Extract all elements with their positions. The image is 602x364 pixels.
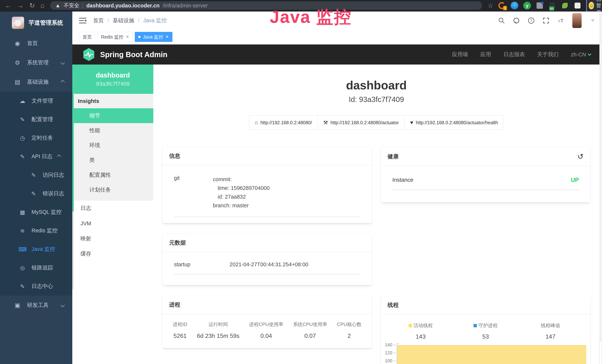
subsidebar-item-caches[interactable]: 缓存	[72, 246, 153, 261]
insights-group-label: Insights	[72, 94, 153, 108]
legend-daemon-threads: 守护进程 53	[453, 322, 518, 340]
extensions-puzzle-icon[interactable]	[574, 2, 581, 10]
sidebar-item-error-logs[interactable]: ✎ 错误日志	[0, 184, 72, 203]
sidebar-item-scheduled-jobs[interactable]: ◷ 定时任务	[0, 129, 72, 147]
sba-brand[interactable]: Spring Boot Admin	[100, 50, 167, 59]
chevron-down-icon	[61, 303, 65, 307]
insights-group: Insights 细节 性能 环境 类 配置属性 计划任务	[72, 94, 153, 201]
fullscreen-icon[interactable]	[543, 17, 549, 24]
sidebar-item-api-logs[interactable]: ✎ API 日志	[0, 147, 72, 166]
sidebar-item-access-logs[interactable]: ✎ 访问日志	[0, 166, 72, 184]
dashboard-icon: ◉	[13, 40, 22, 47]
infrastructure-icon: ▤	[13, 78, 22, 86]
sidebar-item-home[interactable]: ◉ 首页	[0, 34, 72, 53]
hamburger-icon[interactable]	[79, 17, 86, 24]
subsidebar-item-metrics[interactable]: 性能	[72, 123, 153, 138]
search-icon[interactable]	[498, 17, 505, 24]
tab-home[interactable]: 首页	[79, 32, 95, 42]
health-instance-row: Instance UP	[392, 177, 579, 190]
page-title: dashboard	[153, 79, 599, 92]
sba-nav-applications[interactable]: 应用	[480, 51, 491, 58]
tab-java-monitor[interactable]: Java 监控 ✕	[135, 32, 172, 42]
process-card: 进程 进程ID 5261 运行时间 6d 23h 15m 59s 进程CPU使用…	[162, 296, 372, 348]
subsidebar-item-details[interactable]: 细节	[72, 108, 153, 123]
sidebar-item-redis-monitor[interactable]: ≋ Redis 监控	[0, 221, 72, 240]
sidebar-item-file-management[interactable]: ☁ 文件管理	[0, 92, 72, 110]
forward-icon[interactable]: →	[17, 0, 24, 11]
cards-right-column: 健康 ↻ Instance UP 线程	[381, 147, 591, 364]
home-icon[interactable]: ⌂	[40, 0, 44, 11]
breadcrumb-infrastructure[interactable]: 基础设施	[113, 17, 134, 24]
subsidebar-item-jvm[interactable]: JVM	[72, 216, 153, 231]
subsidebar-item-classes[interactable]: 类	[72, 153, 153, 168]
github-icon[interactable]	[513, 17, 520, 24]
tab-redis-monitor[interactable]: Redis 监控 ✕	[97, 32, 133, 42]
sidebar-item-config-management[interactable]: ✎ 配置管理	[0, 110, 72, 129]
instance-header[interactable]: dashboard 93a3fc7f7409	[72, 64, 153, 94]
sidebar-item-mysql-monitor[interactable]: ▦ MySQL 监控	[0, 203, 72, 221]
active-tab-dot	[138, 36, 140, 38]
metadata-card-header: 元数据	[162, 234, 372, 252]
close-icon[interactable]: ✕	[165, 34, 169, 39]
extension-switch-icon[interactable]: on	[548, 2, 556, 10]
extension-leaf-icon[interactable]	[561, 2, 569, 10]
help-icon[interactable]: ?	[528, 17, 535, 24]
sba-nav-wallboard[interactable]: 应用墙	[452, 51, 468, 58]
toolbox-icon: ▣	[13, 302, 22, 309]
timer-icon: ◷	[19, 135, 26, 141]
user-menu-caret-icon[interactable]	[591, 20, 595, 22]
extension-grid-icon[interactable]	[536, 2, 544, 10]
subsidebar-item-mappings[interactable]: 映射	[72, 231, 153, 246]
not-secure-label: 不安全	[64, 2, 79, 9]
bookmark-star-icon[interactable]: ☆	[488, 2, 493, 9]
subsidebar-item-logs[interactable]: 日志	[72, 201, 153, 216]
infrastructure-submenu: ☁ 文件管理 ✎ 配置管理 ◷ 定时任务 ✎ API 日志 ✎ 访问日志 ✎	[0, 92, 72, 296]
chevron-up-icon	[57, 154, 61, 159]
sidebar-item-tracing[interactable]: ◎ 链路追踪	[0, 258, 72, 277]
breadcrumb-separator: /	[108, 18, 109, 24]
address-bar[interactable]: ▲ 不安全 dashboard.yudao.iocoder.cn/infra/a…	[50, 1, 482, 10]
health-card-header: 健康 ↻	[381, 147, 590, 166]
close-icon[interactable]: ✕	[126, 34, 129, 39]
reload-icon[interactable]: ↻	[29, 0, 35, 11]
breadcrumb-home[interactable]: 首页	[93, 17, 104, 24]
subsidebar-item-scheduled-tasks[interactable]: 计划任务	[72, 182, 153, 197]
extension-pin-icon[interactable]	[511, 2, 518, 10]
process-card-title: 进程	[169, 301, 180, 309]
breadcrumb: 首页 / 基础设施 / Java 监控	[93, 17, 167, 24]
health-history-icon[interactable]: ↻	[577, 152, 584, 161]
log-icon: ✎	[30, 172, 37, 178]
info-key: git	[174, 175, 213, 210]
log-icon: ✎	[30, 191, 37, 197]
y-axis-tickmark	[394, 345, 396, 345]
y-axis-tick: 140	[381, 343, 392, 347]
subsidebar-item-config-props[interactable]: 配置属性	[72, 168, 153, 182]
threads-legend: 活动线程 143 守护进程 53	[381, 314, 590, 340]
health-url-button[interactable]: ♥ http://192.168.0.2:48080/actuator/heal…	[404, 115, 504, 130]
page-scrollbar-track[interactable]	[599, 11, 602, 364]
user-avatar[interactable]	[572, 13, 582, 28]
home-icon: ⌂	[255, 120, 258, 126]
sba-nav-journal[interactable]: 日志报表	[503, 51, 525, 58]
font-size-icon[interactable]: TT	[558, 17, 564, 24]
actuator-url-button[interactable]: ⚒ http://192.168.0.2:48080/actuator	[318, 115, 405, 130]
health-heart-icon: ♥	[410, 120, 413, 126]
sidebar-item-system-management[interactable]: ⚙ 系统管理	[0, 53, 72, 72]
sidebar-item-infrastructure[interactable]: ▤ 基础设施	[0, 72, 72, 92]
health-card: 健康 ↻ Instance UP	[381, 147, 591, 203]
sidebar-item-log-center[interactable]: ✎ 日志中心	[0, 277, 72, 296]
sba-nav-about[interactable]: 关于我们	[537, 51, 559, 58]
sba-locale-select[interactable]: zh-CN	[571, 52, 591, 58]
not-secure-warning-icon: ▲	[55, 3, 60, 9]
subsidebar-scrollbar-thumb[interactable]	[72, 94, 74, 211]
extension-orange-icon[interactable]: 1	[498, 2, 506, 10]
extension-yuque-icon[interactable]: y	[523, 2, 531, 10]
legend-daemon-threads-value: 53	[453, 333, 518, 340]
service-url-button[interactable]: ⌂ http://192.168.0.2:48080/	[249, 115, 318, 130]
sidebar-item-java-monitor[interactable]: ⌨ Java 监控	[0, 240, 72, 258]
page-scrollbar-thumb[interactable]	[600, 341, 602, 364]
back-icon[interactable]: ←	[5, 0, 11, 11]
subsidebar-item-environment[interactable]: 环境	[72, 138, 153, 153]
threads-card-title: 线程	[387, 301, 399, 309]
sidebar-item-dev-tools[interactable]: ▣ 研发工具	[0, 296, 72, 315]
